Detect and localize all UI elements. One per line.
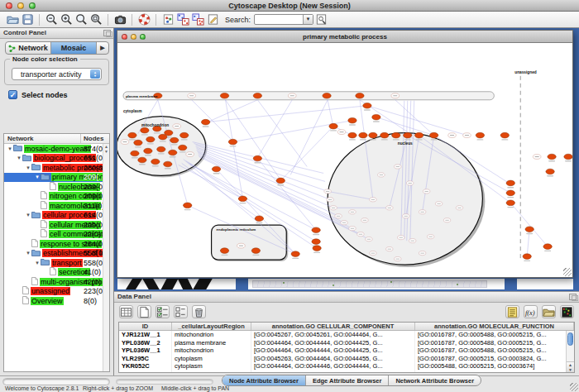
attr-batch-button[interactable]: [174, 305, 188, 318]
network-node[interactable]: [253, 93, 261, 98]
save-button[interactable]: [20, 12, 35, 26]
network-node[interactable]: [359, 132, 367, 138]
network-edge[interactable]: [226, 100, 243, 198]
table-scrollbar[interactable]: ▲▼: [566, 331, 574, 372]
table-row[interactable]: YPL036W__1mitochondrion[GO:0044464, GO:0…: [119, 347, 574, 355]
table-scroll-arrows[interactable]: ▲▼: [567, 361, 574, 372]
disclosure-triangle-icon[interactable]: ▾: [16, 155, 22, 161]
network-node[interactable]: [184, 203, 192, 208]
table-column-header[interactable]: annotation.GO CELLULAR_COMPONENT: [251, 323, 415, 330]
tab-network-attribute-browser[interactable]: Network Attribute Browser: [389, 375, 481, 385]
network-node[interactable]: [348, 132, 356, 138]
network-node[interactable]: [144, 148, 152, 154]
network-edge[interactable]: [510, 203, 548, 246]
table-row[interactable]: YKR052Ccytoplasm[GO:0044464, GO:0044446,…: [119, 362, 574, 370]
network-node[interactable]: [180, 132, 189, 138]
network-node[interactable]: [429, 132, 438, 138]
float-panel-icon[interactable]: [103, 30, 111, 36]
network-node[interactable]: [546, 169, 554, 174]
table-column-header[interactable]: _cellularLayoutRegion: [172, 323, 251, 330]
tree-column-divider[interactable]: [80, 134, 81, 143]
network-node[interactable]: [212, 166, 220, 172]
disclosure-triangle-icon[interactable]: ▾: [34, 260, 41, 266]
network-node[interactable]: [251, 248, 260, 254]
network-node[interactable]: [404, 132, 412, 138]
network-node[interactable]: [543, 244, 552, 250]
table-scroll-thumb[interactable]: [567, 332, 573, 346]
app-resize-grip[interactable]: [570, 383, 578, 391]
network-edge[interactable]: [280, 127, 333, 181]
node-color-attribute-select[interactable]: transporter activity ▲▼: [12, 68, 102, 80]
zoom-fit-button[interactable]: [89, 12, 103, 26]
tree-column-network[interactable]: Network: [7, 135, 34, 142]
tree-row-multi-organism-pro[interactable]: multi-organism pro42(0): [4, 277, 109, 287]
table-row[interactable]: YLR295Ccytoplasm[GO:0045263, GO:0044464,…: [119, 355, 574, 363]
tree-row-secretion[interactable]: secretion41(0): [4, 268, 109, 278]
tree-row-transport[interactable]: ▾transport558(0): [4, 258, 109, 268]
network-node[interactable]: [506, 200, 514, 206]
disclosure-triangle-icon[interactable]: ▾: [25, 212, 31, 218]
zoom-in-button[interactable]: [59, 12, 74, 26]
tree-row-metabolic-process[interactable]: ▾metabolic process280(0): [4, 163, 109, 173]
tree-row-nucleobase-[interactable]: nucleobase-209(0): [4, 182, 109, 192]
network-node[interactable]: [548, 154, 556, 160]
network-node[interactable]: [564, 154, 572, 160]
import-attr-button[interactable]: [542, 305, 556, 318]
network-node[interactable]: [141, 127, 149, 133]
network-node[interactable]: [228, 139, 237, 145]
new-attr-button[interactable]: [137, 305, 151, 318]
table-column-header[interactable]: ID: [119, 323, 172, 330]
network-node[interactable]: [476, 132, 484, 138]
network-node[interactable]: [356, 93, 364, 98]
network-node[interactable]: [506, 190, 514, 196]
network-node[interactable]: [159, 134, 167, 140]
network-edge[interactable]: [257, 100, 292, 158]
network-node[interactable]: [164, 161, 172, 167]
network-node[interactable]: [380, 132, 389, 138]
network-node[interactable]: [169, 150, 177, 155]
tree-row-cellular-metabo[interactable]: cellular metabo209(0): [4, 220, 109, 230]
tab-edge-attribute-browser[interactable]: Edge Attribute Browser: [306, 375, 389, 385]
disclosure-triangle-icon[interactable]: ▾: [25, 250, 31, 256]
network-node[interactable]: [170, 137, 179, 143]
zoom-out-button[interactable]: [44, 12, 59, 26]
attr-list-button[interactable]: [505, 305, 519, 318]
search-dropdown-icon[interactable]: ▼: [303, 15, 313, 24]
matrix-button[interactable]: [560, 305, 574, 318]
tree-row-primary-metabo[interactable]: ▾primary metabo209(...: [4, 173, 109, 183]
network-node[interactable]: [414, 132, 423, 138]
network-node[interactable]: [128, 132, 136, 138]
network-node[interactable]: [329, 123, 337, 129]
network-node[interactable]: [134, 140, 142, 146]
plugin-diff-button[interactable]: [190, 12, 205, 26]
network-node[interactable]: [131, 151, 139, 156]
select-attr-button[interactable]: [156, 305, 170, 318]
network-node[interactable]: [255, 216, 263, 222]
network-edge[interactable]: [206, 106, 367, 122]
network-node[interactable]: [253, 155, 261, 161]
attr-table-button[interactable]: [119, 305, 133, 318]
table-column-header[interactable]: annotation.GO MOLECULAR_FUNCTION: [415, 323, 574, 330]
help-button[interactable]: [136, 12, 151, 26]
network-node[interactable]: [220, 93, 228, 98]
table-row[interactable]: YPL036W__2plasma membrane[GO:0044464, GO…: [119, 339, 574, 347]
formula-button[interactable]: f(x): [524, 305, 538, 318]
tree-row-establishment-of-lo[interactable]: ▾establishment of lo558(0): [4, 249, 109, 259]
network-edge[interactable]: [290, 100, 328, 175]
tree-row-cellular-process[interactable]: ▾cellular process614(0): [4, 211, 109, 221]
network-node[interactable]: [323, 93, 331, 98]
network-node[interactable]: [312, 239, 320, 245]
table-row[interactable]: YDR039C__1mitochondrion[GO:0044464, GO:0…: [119, 370, 574, 373]
network-edge[interactable]: [367, 106, 467, 136]
tab-mosaic[interactable]: Mosaic: [51, 42, 97, 54]
tab-network[interactable]: Network: [6, 42, 51, 54]
search-input[interactable]: ▼: [254, 14, 313, 25]
network-node[interactable]: [157, 146, 165, 152]
network-node[interactable]: [291, 251, 299, 257]
float-data-panel-icon[interactable]: [569, 294, 577, 300]
network-node[interactable]: [151, 159, 160, 165]
snapshot-button[interactable]: [112, 12, 127, 26]
tab-node-attribute-browser[interactable]: Node Attribute Browser: [223, 375, 306, 385]
network-node[interactable]: [179, 145, 187, 151]
network-node[interactable]: [313, 246, 321, 251]
